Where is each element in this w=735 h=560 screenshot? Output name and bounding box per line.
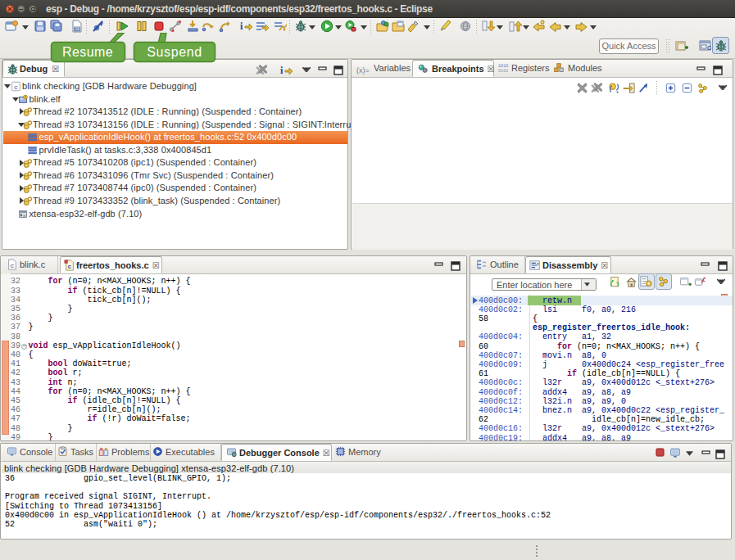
svg-text:Resume: Resume	[62, 45, 113, 59]
svg-text:Suspend: Suspend	[147, 45, 202, 59]
